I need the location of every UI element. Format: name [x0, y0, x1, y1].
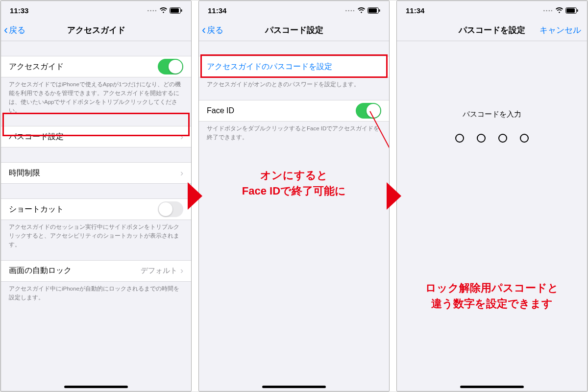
status-time: 11:34 — [208, 6, 226, 15]
status-right — [147, 6, 182, 15]
row-time-limit[interactable]: 時間制限 › — [1, 162, 191, 184]
svg-rect-1 — [171, 8, 179, 13]
status-time: 11:33 — [10, 6, 28, 15]
toggle-shortcut[interactable] — [158, 201, 183, 217]
cellular-icon — [147, 6, 157, 15]
footer-set-passcode: アクセスガイドがオンのときのパスワードを設定します。 — [199, 77, 389, 89]
home-indicator[interactable] — [262, 386, 326, 388]
row-label: ショートカット — [9, 204, 158, 215]
cellular-icon — [543, 6, 553, 15]
nav-bar: ‹ 戻る パスコード設定 — [199, 20, 389, 41]
chevron-left-icon: ‹ — [4, 24, 8, 36]
passcode-dots — [397, 134, 587, 143]
row-access-guide[interactable]: アクセスガイド — [1, 56, 191, 77]
chevron-right-icon: › — [180, 266, 183, 276]
nav-bar: ‹ 戻る アクセスガイド — [1, 20, 191, 41]
phone-screen-1: 11:33 ‹ 戻る アクセスガイド アクセスガイド — [0, 0, 192, 392]
toggle-face-id[interactable] — [356, 103, 381, 119]
cellular-icon — [345, 6, 355, 15]
phone-screen-3: 11:34 パスコードを設定 キャンセル パスコードを入力 — [396, 0, 588, 392]
tutorial-stage: 11:33 ‹ 戻る アクセスガイド アクセスガイド — [0, 0, 588, 392]
nav-bar: パスコードを設定 キャンセル — [397, 20, 587, 41]
svg-rect-2 — [181, 9, 182, 12]
battery-icon — [368, 7, 380, 14]
svg-rect-7 — [566, 8, 575, 13]
chevron-right-icon: › — [180, 132, 183, 142]
footer-access-guide: アクセスガイドではiPhoneで使えるAppが1つだけになり、どの機能を利用でき… — [1, 77, 191, 115]
status-bar: 11:34 — [397, 1, 587, 20]
footer-face-id: サイドボタンをダブルクリックするとFace IDでアクセスガイドを終了できます。 — [199, 122, 389, 142]
passcode-dot[interactable] — [455, 134, 464, 143]
row-auto-lock[interactable]: 画面の自動ロック デフォルト › — [1, 260, 191, 282]
chevron-right-icon: › — [180, 168, 183, 178]
svg-rect-5 — [379, 9, 380, 12]
back-button[interactable]: ‹ 戻る — [202, 20, 223, 41]
status-bar: 11:33 — [1, 1, 191, 20]
passcode-entry: パスコードを入力 — [397, 41, 587, 391]
toggle-access-guide[interactable] — [158, 59, 183, 74]
wifi-icon — [357, 7, 366, 14]
footer-auto-lock: アクセスガイド中にiPhoneが自動的にロックされるまでの時間を設定します。 — [1, 282, 191, 302]
passcode-prompt: パスコードを入力 — [397, 110, 587, 119]
row-label: アクセスガイドのパスコードを設定 — [207, 62, 381, 72]
passcode-dot[interactable] — [520, 134, 529, 143]
row-label: アクセスガイド — [9, 62, 158, 72]
passcode-dot[interactable] — [477, 134, 486, 143]
cancel-button[interactable]: キャンセル — [539, 20, 581, 41]
status-time: 11:34 — [406, 6, 424, 15]
svg-rect-8 — [577, 9, 578, 12]
home-indicator[interactable] — [460, 386, 524, 388]
page-title: パスコード設定 — [265, 24, 323, 36]
page-title: パスコードを設定 — [459, 24, 525, 36]
battery-icon — [170, 7, 182, 14]
wifi-icon — [555, 7, 564, 14]
footer-shortcut: アクセスガイドのセッション実行中にサイドボタンをトリプルクリックすると、アクセシ… — [1, 220, 191, 249]
row-face-id[interactable]: Face ID — [199, 100, 389, 122]
settings-list: アクセスガイド アクセスガイドではiPhoneで使えるAppが1つだけになり、ど… — [1, 41, 191, 391]
home-indicator[interactable] — [64, 386, 128, 388]
cancel-label: キャンセル — [539, 24, 581, 36]
status-right — [543, 6, 578, 15]
row-label: 時間制限 — [9, 168, 180, 178]
chevron-left-icon: ‹ — [202, 24, 206, 36]
row-label: パスコード設定 — [9, 132, 180, 142]
row-shortcut[interactable]: ショートカット — [1, 198, 191, 220]
row-label: 画面の自動ロック — [9, 266, 141, 276]
row-passcode-settings[interactable]: パスコード設定 › — [1, 126, 191, 147]
svg-rect-4 — [368, 8, 377, 13]
back-button[interactable]: ‹ 戻る — [4, 20, 25, 41]
phone-screen-2: 11:34 ‹ 戻る パスコード設定 アクセスガイドのパスコードを設定 — [198, 0, 390, 392]
battery-icon — [565, 7, 578, 14]
status-bar: 11:34 — [199, 1, 389, 20]
status-right — [345, 6, 380, 15]
row-set-guided-passcode[interactable]: アクセスガイドのパスコードを設定 — [199, 56, 389, 77]
row-value: デフォルト — [141, 266, 177, 275]
row-label: Face ID — [207, 106, 356, 115]
settings-list: アクセスガイドのパスコードを設定 アクセスガイドがオンのときのパスワードを設定し… — [199, 41, 389, 391]
page-title: アクセスガイド — [67, 24, 125, 36]
passcode-dot[interactable] — [498, 134, 507, 143]
back-label: 戻る — [9, 24, 25, 36]
wifi-icon — [159, 7, 168, 14]
back-label: 戻る — [207, 24, 223, 36]
